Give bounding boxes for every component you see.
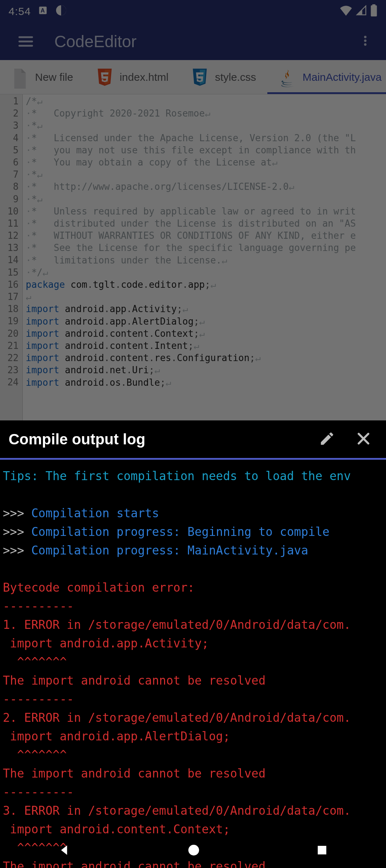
compile-log[interactable]: Tips: The first compilation needs to loa… (0, 460, 386, 868)
code-content[interactable]: /*↵·* Copyright 2020-2021 Rosemoe↵·*↵·* … (26, 95, 386, 389)
code-line: import android.content.Intent;↵ (26, 340, 386, 352)
svg-point-8 (188, 845, 199, 855)
line-number: 13 (0, 242, 22, 254)
code-line: ·* Unless required by applicable law or … (26, 205, 386, 217)
code-line: ·*↵ (26, 193, 386, 205)
line-number: 17 (0, 291, 22, 303)
line-number: 12 (0, 230, 22, 242)
line-number: 1 (0, 95, 22, 107)
line-number: 5 (0, 144, 22, 156)
nav-back-icon[interactable] (58, 843, 72, 859)
svg-text:A: A (41, 7, 45, 13)
code-editor[interactable]: 123456789101112131415161718192021222324 … (0, 94, 386, 420)
status-bar: 4:54 A (0, 0, 386, 23)
svg-rect-4 (372, 4, 376, 6)
tab-style-css[interactable]: style.css (180, 60, 267, 94)
line-number: 16 (0, 278, 22, 291)
line-number: 11 (0, 217, 22, 230)
wifi-icon (340, 5, 352, 18)
app-title: CodeEditor (54, 32, 137, 51)
log-line: ^^^^^^^ (3, 746, 383, 764)
log-line: ---------- (3, 597, 383, 616)
line-number: 24 (0, 376, 22, 388)
line-number: 15 (0, 266, 22, 278)
code-line: import android.content.res.Configuration… (26, 352, 386, 364)
nav-home-icon[interactable] (187, 843, 201, 859)
log-line (3, 485, 383, 504)
line-number: 7 (0, 168, 22, 181)
battery-icon (370, 4, 377, 19)
line-number: 2 (0, 107, 22, 119)
signal-icon (356, 5, 367, 18)
log-line: >>> Compilation progress: Beginning to c… (3, 523, 383, 541)
line-number: 23 (0, 364, 22, 376)
log-line: 2. ERROR in /storage/emulated/0/Android/… (3, 709, 383, 727)
line-gutter: 123456789101112131415161718192021222324 (0, 94, 23, 420)
svg-point-5 (364, 36, 367, 38)
nav-recent-icon[interactable] (316, 844, 328, 858)
edit-icon[interactable] (319, 430, 335, 448)
more-icon[interactable] (359, 32, 372, 51)
keyboard-icon: A (38, 5, 48, 18)
code-line: ·* you may not use this file except in c… (26, 144, 386, 156)
compile-panel: Compile output log Tips: The first compi… (0, 420, 386, 834)
svg-rect-3 (371, 5, 377, 16)
code-line: ·* http://www.apache.org/licenses/LICENS… (26, 181, 386, 193)
line-number: 14 (0, 254, 22, 266)
code-line: ·* Copyright 2020-2021 Rosemoe↵ (26, 107, 386, 119)
tab-label: MainActivity.java (302, 71, 381, 83)
code-line: ·* distributed under the License is dist… (26, 217, 386, 230)
code-line: /*↵ (26, 95, 386, 107)
code-line: ·* You may obtain a copy of the License … (26, 156, 386, 168)
close-icon[interactable] (355, 430, 372, 448)
log-line: >>> Compilation starts (3, 504, 383, 523)
line-number: 6 (0, 156, 22, 168)
svg-point-6 (364, 40, 367, 42)
log-line: Bytecode compilation error: (3, 578, 383, 597)
compile-panel-header: Compile output log (0, 420, 386, 460)
log-line: import android.app.AlertDialog; (3, 727, 383, 746)
file-type-icon (11, 69, 29, 86)
compile-panel-title: Compile output log (9, 431, 145, 448)
log-line: ---------- (3, 783, 383, 802)
code-line: ·*↵ (26, 168, 386, 181)
code-line: ·* Licensed under the Apache License, Ve… (26, 132, 386, 144)
tab-new-file[interactable]: New file (0, 60, 85, 94)
log-line: The import android cannot be resolved (3, 764, 383, 783)
status-time: 4:54 (9, 5, 31, 18)
contrast-icon (55, 4, 67, 19)
app-bar: CodeEditor (0, 23, 386, 60)
code-line: import android.os.Bundle;↵ (26, 376, 386, 389)
tab-label: index.html (120, 71, 169, 83)
log-line: The import android cannot be resolved (3, 671, 383, 690)
line-number: 8 (0, 181, 22, 193)
code-line: import android.net.Uri;↵ (26, 364, 386, 376)
code-line: package com.tglt.code.editor.app;↵ (26, 278, 386, 291)
line-number: 19 (0, 315, 22, 327)
menu-icon[interactable] (17, 33, 34, 50)
line-number: 9 (0, 193, 22, 205)
file-type-icon (279, 69, 296, 86)
line-number: 22 (0, 352, 22, 364)
log-line (3, 560, 383, 578)
file-type-icon (96, 69, 113, 86)
code-line: ·* limitations under the License.↵ (26, 254, 386, 266)
code-line: ·*↵ (26, 119, 386, 132)
log-line: 1. ERROR in /storage/emulated/0/Android/… (3, 616, 383, 634)
tab-mainactivity-java[interactable]: MainActivity.java (267, 60, 386, 94)
code-line: import android.content.Context;↵ (26, 327, 386, 340)
tab-label: style.css (215, 71, 256, 83)
file-type-icon (191, 69, 208, 86)
tab-index-html[interactable]: index.html (85, 60, 180, 94)
log-line: >>> Compilation progress: MainActivity.j… (3, 541, 383, 560)
code-line: ·* See the License for the specific lang… (26, 242, 386, 254)
svg-point-7 (364, 43, 367, 46)
line-number: 21 (0, 340, 22, 352)
log-line: import android.app.Activity; (3, 634, 383, 653)
log-line: 3. ERROR in /storage/emulated/0/Android/… (3, 802, 383, 820)
code-line: import android.app.AlertDialog;↵ (26, 315, 386, 327)
line-number: 4 (0, 132, 22, 144)
log-line: ^^^^^^^ (3, 653, 383, 671)
code-line: ·*/↵ (26, 266, 386, 278)
line-number: 3 (0, 119, 22, 132)
